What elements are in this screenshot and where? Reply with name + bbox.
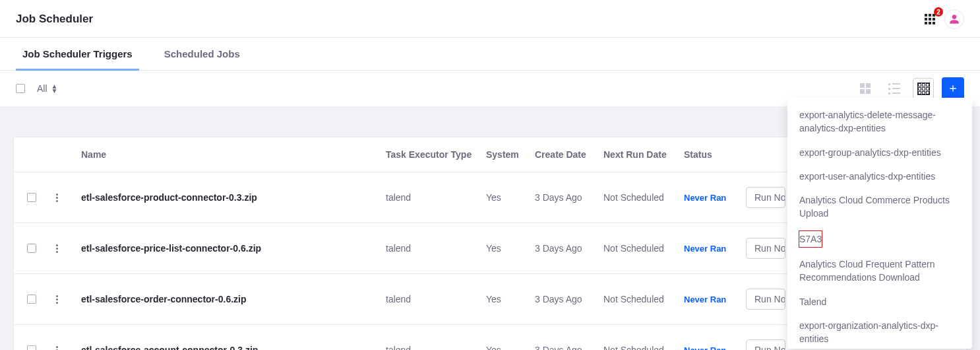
filter-label: All [37, 83, 47, 94]
row-system: Yes [486, 345, 535, 350]
dropdown-item[interactable]: Analytics Cloud Frequent Pattern Recomme… [787, 252, 972, 290]
toolbar-right [855, 77, 964, 100]
page-header: Job Scheduler 2 [0, 0, 980, 38]
row-status: Never Ran [684, 244, 746, 254]
run-now-button[interactable]: Run Now [746, 238, 785, 259]
plus-icon [948, 83, 958, 94]
dropdown-scroll[interactable]: export-analytics-delete-message-analytic… [787, 103, 972, 343]
row-status: Never Ran [684, 295, 746, 304]
row-type: talend [386, 345, 486, 350]
dropdown-item[interactable]: S7A3 [797, 228, 824, 250]
row-system: Yes [486, 192, 535, 203]
row-actions-button[interactable] [51, 293, 63, 305]
run-now-button[interactable]: Run Now [746, 187, 785, 208]
row-name: etl-salesforce-order-connector-0.6.zip [81, 294, 386, 304]
row-status: Never Ran [684, 345, 746, 351]
row-actions-button[interactable] [51, 192, 63, 203]
row-next-run: Not Scheduled [603, 243, 684, 254]
add-button[interactable] [942, 77, 964, 100]
row-system: Yes [486, 294, 535, 304]
row-checkbox[interactable] [27, 193, 36, 202]
dropdown-item[interactable]: export-user-analytics-dxp-entities [787, 164, 972, 188]
row-next-run: Not Scheduled [603, 294, 684, 304]
row-create-date: 3 Days Ago [535, 345, 603, 350]
header-actions: 2 [922, 9, 964, 29]
row-next-run: Not Scheduled [603, 192, 684, 203]
dropdown-item[interactable]: export-organization-analytics-dxp-entiti… [787, 314, 972, 343]
add-dropdown-menu: export-analytics-delete-message-analytic… [787, 98, 972, 349]
col-create[interactable]: Create Date [535, 149, 603, 160]
tabs: Job Scheduler Triggers Scheduled Jobs [0, 38, 980, 71]
view-list-button[interactable] [884, 78, 905, 99]
dropdown-item[interactable]: export-analytics-delete-message-analytic… [787, 103, 972, 141]
cards-icon [860, 83, 871, 94]
list-icon [888, 83, 900, 94]
tab-job-scheduler-triggers[interactable]: Job Scheduler Triggers [16, 38, 139, 71]
tab-scheduled-jobs[interactable]: Scheduled Jobs [158, 38, 247, 70]
dropdown-item[interactable]: export-group-analytics-dxp-entities [787, 141, 972, 164]
apps-button[interactable]: 2 [922, 11, 938, 27]
row-system: Yes [486, 243, 535, 254]
col-status[interactable]: Status [684, 149, 746, 160]
row-next-run: Not Scheduled [603, 345, 684, 350]
dropdown-item[interactable]: Talend [787, 290, 972, 314]
row-create-date: 3 Days Ago [535, 243, 603, 254]
row-type: talend [386, 294, 486, 304]
row-type: talend [386, 192, 486, 203]
col-system[interactable]: System [486, 149, 535, 160]
col-name[interactable]: Name [81, 149, 386, 160]
table-icon [917, 83, 930, 95]
filter-dropdown[interactable]: All ▲▼ [37, 83, 57, 94]
sort-caret-icon: ▲▼ [51, 84, 58, 93]
run-now-button[interactable]: Run Now [746, 339, 785, 350]
view-table-button[interactable] [913, 78, 934, 99]
row-checkbox[interactable] [27, 345, 36, 350]
row-checkbox[interactable] [27, 244, 36, 253]
run-now-button[interactable]: Run Now [746, 289, 785, 310]
notification-badge: 2 [934, 7, 943, 17]
dropdown-item[interactable]: Analytics Cloud Commerce Products Upload [787, 188, 972, 226]
view-cards-button[interactable] [855, 78, 876, 99]
col-next[interactable]: Next Run Date [603, 149, 684, 160]
row-name: etl-salesforce-product-connector-0.3.zip [81, 192, 386, 203]
page-title: Job Scheduler [16, 13, 93, 26]
row-actions-button[interactable] [51, 344, 63, 350]
toolbar-left: All ▲▼ [16, 83, 57, 94]
row-type: talend [386, 243, 486, 254]
row-create-date: 3 Days Ago [535, 294, 603, 304]
row-actions-button[interactable] [51, 242, 63, 254]
select-all-checkbox[interactable] [16, 84, 25, 93]
col-type[interactable]: Task Executor Type [386, 149, 486, 160]
row-name: etl-salesforce-account-connector-0.3.zip [81, 345, 386, 350]
user-icon [949, 14, 960, 24]
row-create-date: 3 Days Ago [535, 192, 603, 203]
apps-grid-icon [925, 14, 935, 24]
user-avatar[interactable] [944, 9, 964, 29]
row-checkbox[interactable] [27, 295, 36, 304]
row-status: Never Ran [684, 193, 746, 203]
row-name: etl-salesforce-price-list-connector-0.6.… [81, 243, 386, 254]
